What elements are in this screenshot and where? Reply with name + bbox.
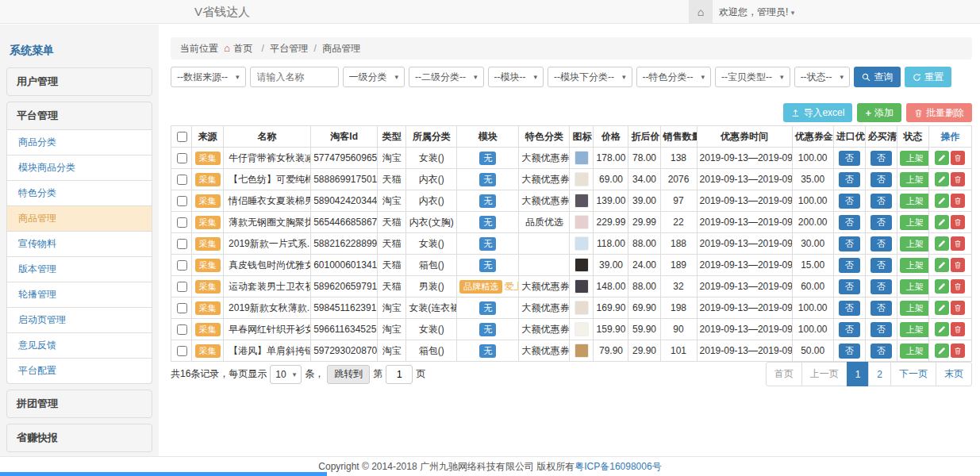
page-button[interactable]: 末页 xyxy=(936,362,972,386)
module-sub-select[interactable]: --模块下分类--▾ xyxy=(548,67,632,87)
edit-button[interactable] xyxy=(935,194,949,208)
status-toggle[interactable]: 上架 xyxy=(900,215,929,230)
import-select-toggle[interactable]: 否 xyxy=(839,279,860,294)
delete-button[interactable] xyxy=(951,322,965,336)
sidebar-subitem[interactable]: 商品管理 xyxy=(6,206,152,232)
name-input[interactable] xyxy=(250,67,339,87)
sidebar-subitem[interactable]: 平台配置 xyxy=(6,359,152,384)
sidebar-subitem[interactable]: 轮播管理 xyxy=(6,282,152,308)
edit-button[interactable] xyxy=(935,172,949,186)
sidebar-item[interactable]: 用户管理 xyxy=(6,67,152,96)
sidebar-subitem[interactable]: 模块商品分类 xyxy=(6,155,152,181)
delete-button[interactable] xyxy=(951,172,965,186)
status-toggle[interactable]: 上架 xyxy=(900,236,929,251)
must-buy-toggle[interactable]: 否 xyxy=(870,322,892,337)
must-buy-toggle[interactable]: 否 xyxy=(870,279,892,294)
delete-button[interactable] xyxy=(951,279,965,294)
page-size-select[interactable]: 10▾ xyxy=(270,365,302,384)
row-checkbox[interactable] xyxy=(177,324,187,335)
edit-button[interactable] xyxy=(935,301,949,315)
status-toggle[interactable]: 上架 xyxy=(900,151,929,166)
import-select-toggle[interactable]: 否 xyxy=(839,301,860,316)
batch-delete-button[interactable]: 批量删除 xyxy=(906,103,972,122)
delete-button[interactable] xyxy=(951,151,965,165)
page-number-input[interactable] xyxy=(386,365,413,384)
delete-button[interactable] xyxy=(951,344,965,358)
status-toggle[interactable]: 上架 xyxy=(900,301,929,316)
page-button[interactable]: 2 xyxy=(868,362,891,386)
sidebar-item[interactable]: 拼团管理 xyxy=(6,390,152,418)
edit-button[interactable] xyxy=(935,344,949,358)
delete-button[interactable] xyxy=(951,194,965,208)
search-button[interactable]: 查询 xyxy=(854,67,901,87)
sidebar-subitem[interactable]: 特色分类 xyxy=(6,181,152,206)
import-excel-button[interactable]: 导入excel xyxy=(783,103,852,122)
module-select[interactable]: --模块--▾ xyxy=(488,67,544,87)
row-checkbox[interactable] xyxy=(177,239,187,249)
import-select-toggle[interactable]: 否 xyxy=(839,215,860,230)
row-checkbox[interactable] xyxy=(177,260,187,271)
delete-button[interactable] xyxy=(951,215,965,229)
status-select[interactable]: --状态--▾ xyxy=(794,67,851,87)
import-select-toggle[interactable]: 否 xyxy=(839,258,860,273)
item-type-select[interactable]: --宝贝类型--▾ xyxy=(715,67,790,87)
select-all-checkbox[interactable] xyxy=(177,132,187,142)
must-buy-toggle[interactable]: 否 xyxy=(870,194,892,209)
status-toggle[interactable]: 上架 xyxy=(900,279,929,294)
sidebar-subitem[interactable]: 版本管理 xyxy=(6,257,152,282)
edit-button[interactable] xyxy=(935,151,949,165)
must-buy-toggle[interactable]: 否 xyxy=(870,236,892,251)
status-toggle[interactable]: 上架 xyxy=(900,194,929,209)
must-buy-toggle[interactable]: 否 xyxy=(870,344,892,359)
status-toggle[interactable]: 上架 xyxy=(900,172,929,187)
import-select-toggle[interactable]: 否 xyxy=(839,236,860,251)
row-checkbox[interactable] xyxy=(177,303,187,313)
data-source-select[interactable]: --数据来源--▾ xyxy=(171,67,246,87)
must-buy-toggle[interactable]: 否 xyxy=(870,215,892,230)
delete-button[interactable] xyxy=(951,301,965,315)
page-button[interactable]: 下一页 xyxy=(890,362,936,386)
add-button[interactable]: + 添加 xyxy=(857,103,901,122)
feature-category-select[interactable]: --特色分类--▾ xyxy=(636,67,712,87)
sidebar-subitem[interactable]: 商品分类 xyxy=(6,130,152,155)
sidebar-subitem[interactable]: 意见反馈 xyxy=(6,333,152,359)
user-menu[interactable]: 欢迎您，管理员! ▾ xyxy=(719,0,794,25)
level1-category-select[interactable]: 一级分类▾ xyxy=(343,67,405,87)
edit-button[interactable] xyxy=(935,279,949,294)
level2-category-select[interactable]: --二级分类--▾ xyxy=(409,67,484,87)
icp-link[interactable]: 粤ICP备16098006号 xyxy=(575,461,661,472)
delete-button[interactable] xyxy=(951,236,965,251)
edit-button[interactable] xyxy=(935,215,949,229)
horizontal-scrollbar-thumb[interactable] xyxy=(0,472,327,476)
must-buy-toggle[interactable]: 否 xyxy=(870,301,892,316)
must-buy-toggle[interactable]: 否 xyxy=(870,172,892,187)
row-checkbox[interactable] xyxy=(177,346,187,356)
import-select-toggle[interactable]: 否 xyxy=(839,172,860,187)
edit-button[interactable] xyxy=(935,258,949,272)
page-button[interactable]: 首页 xyxy=(766,362,802,386)
row-checkbox[interactable] xyxy=(177,153,187,163)
sidebar-item[interactable]: 平台管理 xyxy=(6,102,152,130)
reset-button[interactable]: 重置 xyxy=(905,67,951,87)
status-toggle[interactable]: 上架 xyxy=(900,258,929,273)
status-toggle[interactable]: 上架 xyxy=(900,322,929,337)
sidebar-subitem[interactable]: 启动页管理 xyxy=(6,308,152,333)
page-button[interactable]: 1 xyxy=(847,362,870,386)
sidebar-subitem[interactable]: 宣传物料 xyxy=(6,232,152,257)
edit-button[interactable] xyxy=(935,236,949,251)
row-checkbox[interactable] xyxy=(177,282,187,292)
jump-button[interactable]: 跳转到 xyxy=(327,365,370,384)
sidebar-item[interactable]: 省赚快报 xyxy=(6,424,152,452)
home-nav-button[interactable]: ⌂ xyxy=(689,0,713,24)
delete-button[interactable] xyxy=(951,258,965,272)
import-select-toggle[interactable]: 否 xyxy=(839,194,860,209)
must-buy-toggle[interactable]: 否 xyxy=(870,151,892,166)
breadcrumb-home-link[interactable]: ⌂首页 xyxy=(224,43,256,54)
import-select-toggle[interactable]: 否 xyxy=(839,322,860,337)
edit-button[interactable] xyxy=(935,322,949,336)
row-checkbox[interactable] xyxy=(177,217,187,228)
must-buy-toggle[interactable]: 否 xyxy=(870,258,892,273)
row-checkbox[interactable] xyxy=(177,175,187,185)
row-checkbox[interactable] xyxy=(177,196,187,206)
page-button[interactable]: 上一页 xyxy=(801,362,847,386)
